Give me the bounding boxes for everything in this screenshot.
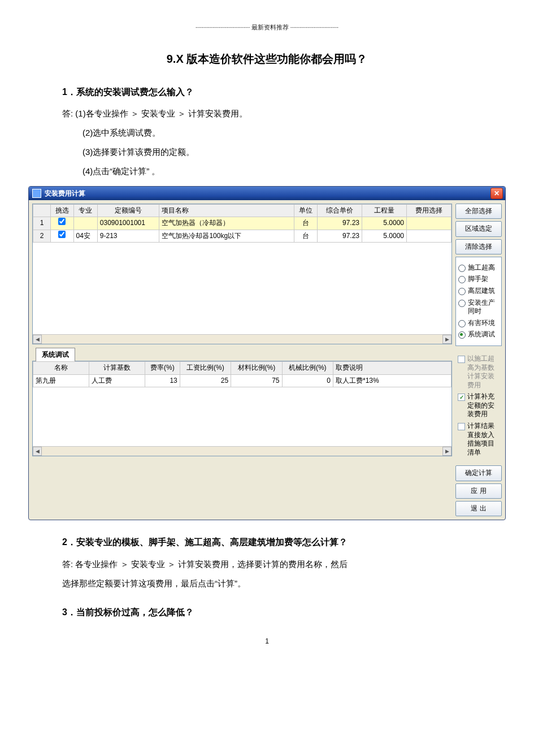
unit-cell: 台: [294, 230, 318, 242]
horizontal-scrollbar[interactable]: ◀ ▶: [33, 334, 451, 344]
col-name2: 名称: [33, 362, 89, 374]
question-2-heading: 2．安装专业的模板、脚手架、施工超高、高层建筑增加费等怎么计算？: [62, 535, 472, 550]
answer-1-step-3: (3)选择要计算该费用的定额。: [62, 145, 472, 159]
col-name: 项目名称: [159, 205, 294, 217]
answer-2-body-b: 选择那些定额要计算这项费用，最后点击“计算”。: [62, 577, 472, 590]
col-price: 综合单价: [318, 205, 362, 217]
answer-1-line-1: 答: (1)各专业操作 ＞ 安装专业 ＞ 计算安装费用。: [62, 107, 472, 120]
close-button[interactable]: ✕: [490, 188, 503, 199]
question-3-heading: 3．当前投标价过高，怎么降低？: [62, 605, 472, 620]
radio-label[interactable]: 安装生产同时: [468, 299, 499, 316]
row-number: 1: [33, 217, 51, 230]
answer-prefix: 答:: [62, 559, 73, 569]
col-rate: 费率(%): [145, 362, 180, 374]
pick-cell[interactable]: [51, 230, 74, 242]
col-material: 材料比例(%): [231, 362, 282, 374]
name-cell: 空气加热器（冷却器）: [159, 217, 294, 230]
spec-cell: [73, 217, 97, 230]
answer-1-step-2: (2)选中系统调试费。: [62, 126, 472, 140]
answer-prefix: 答:: [62, 109, 73, 118]
wage-cell: 25: [180, 374, 231, 387]
checkbox-label[interactable]: 计算补充定额的安装费用: [467, 392, 500, 419]
apply-button[interactable]: 应 用: [455, 483, 502, 499]
name-cell: 第九册: [33, 374, 89, 387]
col-base: 计算基数: [89, 362, 145, 374]
install-fee-dialog: 安装费用计算 ✕ 挑选 专业 定额编号: [28, 186, 506, 520]
material-cell: 75: [231, 374, 282, 387]
side-panel: 全部选择 区域选定 清除选择 施工超高 脚手架 高层建筑 安装生产同时 有害环境…: [455, 204, 502, 516]
fee-type-radio-group: 施工超高 脚手架 高层建筑 安装生产同时 有害环境 系统调试: [455, 257, 502, 346]
radio-label[interactable]: 施工超高: [468, 263, 495, 273]
tab-system-debug[interactable]: 系统调试: [36, 348, 75, 361]
radio-label[interactable]: 高层建筑: [468, 287, 495, 296]
sel-cell: [407, 217, 451, 230]
scroll-track[interactable]: [42, 335, 442, 344]
price-cell: 97.23: [318, 230, 362, 242]
dialog-titlebar: 安装费用计算 ✕: [29, 187, 505, 200]
exit-button[interactable]: 退 出: [455, 501, 502, 516]
table-row[interactable]: 第九册 人工费 13 25 75 0 取人工费*13%: [33, 374, 451, 387]
scroll-track[interactable]: [42, 447, 442, 456]
items-table[interactable]: 挑选 专业 定额编号 项目名称 单位 综合单价 工程量 费用选择: [33, 204, 451, 243]
unit-cell: 台: [294, 217, 318, 230]
checkbox-label[interactable]: 计算结果直接放入措施项目清单: [467, 422, 500, 457]
table-row[interactable]: 1 030901001001 空气加热器（冷却器） 台 97.23 5.0000: [33, 217, 451, 230]
fee-params-table[interactable]: 名称 计算基数 费率(%) 工资比例(%) 材料比例(%) 机械比例(%) 取费…: [33, 361, 451, 387]
checkbox-icon[interactable]: [458, 356, 465, 363]
radio-label[interactable]: 脚手架: [468, 275, 488, 284]
spec-cell: 04安: [73, 230, 97, 242]
radio-icon[interactable]: [458, 331, 466, 339]
col-wage: 工资比例(%): [180, 362, 231, 374]
col-pick: 挑选: [51, 205, 74, 217]
scroll-left-icon[interactable]: ◀: [33, 335, 42, 344]
radio-icon[interactable]: [458, 265, 466, 272]
answer-1-step-4: (4)点击“确定计算” 。: [62, 165, 472, 178]
code-cell: 030901001001: [97, 217, 159, 230]
col-unit: 单位: [294, 205, 318, 217]
qty-cell: 5.0000: [362, 217, 407, 230]
col-spec: 专业: [73, 205, 97, 217]
base-cell: 人工费: [89, 374, 145, 387]
scroll-left-icon[interactable]: ◀: [33, 447, 42, 456]
col-machine: 机械比例(%): [282, 362, 333, 374]
checkbox-icon[interactable]: ✓: [458, 394, 465, 401]
col-code: 定额编号: [97, 205, 159, 217]
options-checkbox-group: 以施工超高为基数计算安装费用 ✓计算补充定额的安装费用 计算结果直接放入措施项目…: [455, 348, 502, 464]
qty-cell: 5.0000: [362, 230, 407, 242]
radio-icon[interactable]: [458, 320, 466, 327]
dialog-title: 安装费用计算: [45, 188, 490, 199]
scroll-right-icon[interactable]: ▶: [442, 447, 451, 456]
pick-checkbox[interactable]: [58, 218, 66, 225]
horizontal-scrollbar[interactable]: ◀ ▶: [33, 446, 451, 456]
scroll-right-icon[interactable]: ▶: [442, 335, 451, 344]
pick-cell[interactable]: [51, 217, 74, 230]
confirm-calculate-button[interactable]: 确定计算: [455, 465, 502, 481]
checkbox-label[interactable]: 以施工超高为基数计算安装费用: [467, 355, 500, 390]
pick-checkbox[interactable]: [58, 231, 66, 238]
table-header-row: 挑选 专业 定额编号 项目名称 单位 综合单价 工程量 费用选择: [33, 205, 451, 217]
machine-cell: 0: [282, 374, 333, 387]
name-cell: 空气加热冷却器100kg以下: [159, 230, 294, 242]
select-all-button[interactable]: 全部选择: [455, 204, 502, 219]
page-number: 1: [62, 636, 472, 647]
radio-icon[interactable]: [458, 300, 466, 307]
radio-icon[interactable]: [458, 276, 466, 283]
clear-selection-button[interactable]: 清除选择: [455, 239, 502, 254]
price-cell: 97.23: [318, 217, 362, 230]
checkbox-icon[interactable]: [458, 423, 465, 430]
note-cell: 取人工费*13%: [333, 374, 451, 387]
radio-label[interactable]: 有害环境: [468, 319, 495, 328]
code-cell: 9-213: [97, 230, 159, 242]
page-title: 9.X 版本造价软件这些功能你都会用吗？: [62, 50, 472, 68]
lower-section: 系统调试 名称 计算基数 费率(%) 工资比例(%): [32, 348, 452, 456]
col-note: 取费说明: [333, 362, 451, 374]
radio-icon[interactable]: [458, 288, 466, 295]
answer-1-step-1: (1)各专业操作 ＞ 安装专业 ＞ 计算安装费用。: [75, 109, 248, 118]
select-range-button[interactable]: 区域选定: [455, 221, 502, 236]
radio-label[interactable]: 系统调试: [468, 330, 495, 339]
table-header-row: 名称 计算基数 费率(%) 工资比例(%) 材料比例(%) 机械比例(%) 取费…: [33, 362, 451, 374]
question-1-heading: 1．系统的安装调试费怎么输入？: [62, 85, 472, 100]
table-row[interactable]: 2 04安 9-213 空气加热冷却器100kg以下 台 97.23 5.000…: [33, 230, 451, 242]
row-number: 2: [33, 230, 51, 242]
answer-2-body-a: 各专业操作 ＞ 安装专业 ＞ 计算安装费用，选择要计算的费用名称，然后: [75, 559, 348, 569]
